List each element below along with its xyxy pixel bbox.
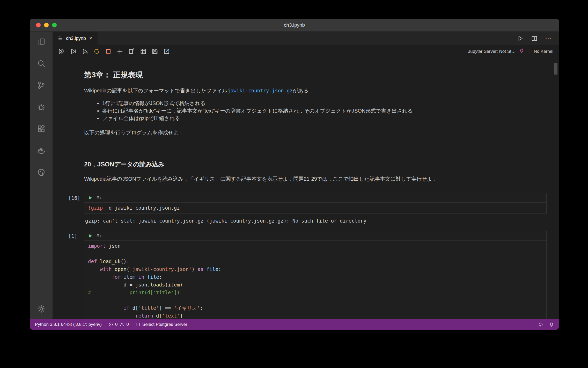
cell-code-editor[interactable]: !gzip -d jawiki-country.json.gz <box>84 203 546 214</box>
source-control-icon[interactable] <box>37 81 46 90</box>
warning-count: 0 <box>126 322 129 327</box>
error-count: 0 <box>115 322 117 327</box>
jupyter-status: Jupyter Server: Not St… | No Kernel <box>468 48 553 55</box>
kernel-status[interactable]: No Kernel <box>534 49 553 54</box>
markdown-paragraph: Wikipediaの記事を以下のフォーマットで書き出したファイルjawiki-c… <box>84 87 553 94</box>
tab-bar: ch3.ipynb × ⋯ <box>53 32 559 45</box>
more-actions-icon[interactable]: ⋯ <box>545 35 551 41</box>
tab-ch3-ipynb[interactable]: ch3.ipynb × <box>53 32 98 45</box>
zoom-window-button[interactable] <box>52 23 57 27</box>
markdown-paragraph: 以下の処理を行うプログラムを作成せよ． <box>84 129 553 136</box>
editor-column: ch3.ipynb × ⋯ <box>53 32 559 319</box>
postgres-icon[interactable] <box>37 168 46 176</box>
jupyter-connection-icon[interactable] <box>519 48 524 55</box>
activity-bar <box>30 32 53 319</box>
run-cell-icon[interactable] <box>88 196 93 200</box>
interrupt-kernel-icon[interactable] <box>105 48 112 55</box>
window-title: ch3.ipynb <box>284 22 305 28</box>
run-editor-icon[interactable] <box>517 35 523 41</box>
restart-kernel-icon[interactable] <box>93 48 100 55</box>
warning-icon <box>120 322 124 327</box>
problems-status[interactable]: 0 0 <box>108 322 129 327</box>
execution-count: [1] <box>68 233 77 239</box>
execution-count: [16] <box>68 195 80 201</box>
titlebar: ch3.ipynb <box>30 19 559 32</box>
run-cells-above-icon[interactable] <box>70 48 77 55</box>
vertical-scrollbar[interactable] <box>554 63 557 75</box>
paragraph-text: Wikipediaの記事を以下のフォーマットで書き出したファイル <box>84 88 227 93</box>
variable-explorer-icon[interactable] <box>140 48 147 55</box>
editor-actions: ⋯ <box>517 32 559 45</box>
postgres-server-status[interactable]: Select Postgres Server <box>136 322 187 327</box>
code-cell: [16] M↓ !gzip -d jawiki-country.json.gz <box>84 193 547 214</box>
feedback-smiley-icon[interactable] <box>538 322 543 327</box>
statusbar-right <box>538 322 554 327</box>
tab-close-icon[interactable]: × <box>89 35 92 41</box>
run-cell-icon[interactable] <box>88 234 93 238</box>
markdown-convert-badge[interactable]: M↓ <box>97 234 101 238</box>
paragraph-text: がある． <box>293 88 314 93</box>
minimize-window-button[interactable] <box>44 23 49 27</box>
notebook-toolbar: Jupyter Server: Not St… | No Kernel <box>53 45 559 58</box>
close-window-button[interactable] <box>36 23 41 27</box>
explorer-icon[interactable] <box>37 37 46 46</box>
markdown-bullet-list: 1行に1記事の情報がJSON形式で格納される 各行には記事名が"title"キー… <box>84 100 553 122</box>
run-all-cells-icon[interactable] <box>58 48 65 55</box>
add-cell-icon[interactable] <box>116 48 123 55</box>
bullet-item: ファイル全体はgzipで圧縮される <box>102 115 553 122</box>
markdown-cell-1[interactable]: 第3章： 正規表現 Wikipediaの記事を以下のフォーマットで書き出したファ… <box>84 58 553 136</box>
bullet-item: 各行には記事名が"title"キーに，記事本文が"text"キーの辞書オブジェク… <box>102 107 553 115</box>
save-icon[interactable] <box>151 48 158 55</box>
traffic-lights <box>36 19 57 31</box>
server-icon <box>136 322 140 327</box>
markdown-heading: 20．JSONデータの読み込み <box>84 160 553 168</box>
jawiki-link[interactable]: jawiki-country.json.gz <box>227 88 293 93</box>
statusbar: Python 3.8.1 64-bit ('3.8.1': pyenv) 0 0… <box>30 319 559 330</box>
python-interpreter-status[interactable]: Python 3.8.1 64-bit ('3.8.1': pyenv) <box>35 322 102 327</box>
cell-toolbar: M↓ <box>84 231 546 241</box>
docker-icon[interactable] <box>37 146 46 155</box>
run-cells-below-icon[interactable] <box>82 48 89 55</box>
markdown-cell-2[interactable]: 20．JSONデータの読み込み Wikipedia記事のJSONファイルを読み込… <box>84 160 553 183</box>
export-notebook-icon[interactable] <box>163 48 170 55</box>
debug-icon[interactable] <box>37 102 46 111</box>
bullet-item: 1行に1記事の情報がJSON形式で格納される <box>102 100 553 107</box>
tab-label: ch3.ipynb <box>66 36 86 41</box>
notifications-bell-icon[interactable] <box>549 322 554 327</box>
split-editor-icon[interactable] <box>531 35 537 41</box>
convert-cell-icon[interactable] <box>128 48 135 55</box>
markdown-convert-badge[interactable]: M↓ <box>97 196 101 200</box>
code-cell: [1] M↓ import json def load_uk(): with o… <box>84 231 547 319</box>
markdown-paragraph: Wikipedia記事のJSONファイルを読み込み，「イギリス」に関する記事本文… <box>84 175 553 183</box>
extensions-icon[interactable] <box>37 124 46 133</box>
notebook-editor: 第3章： 正規表現 Wikipediaの記事を以下のフォーマットで書き出したファ… <box>53 58 559 319</box>
settings-gear-icon[interactable] <box>37 304 46 313</box>
toolbar-separator: | <box>527 49 531 54</box>
notebook-outline-icon <box>58 36 63 41</box>
cell-code-editor[interactable]: import json def load_uk(): with open('ja… <box>84 241 546 319</box>
python-version-label: Python 3.8.1 64-bit ('3.8.1': pyenv) <box>35 322 102 327</box>
markdown-heading: 第3章： 正規表現 <box>84 70 553 80</box>
error-icon <box>108 322 113 327</box>
cell-output: gzip: can't stat: jawiki-country.json.gz… <box>85 217 547 224</box>
postgres-server-label: Select Postgres Server <box>142 322 187 327</box>
jupyter-server-status[interactable]: Jupyter Server: Not St… <box>468 49 516 54</box>
vscode-window: ch3.ipynb <box>30 19 559 330</box>
search-icon[interactable] <box>37 59 46 68</box>
cell-toolbar: M↓ <box>84 193 546 203</box>
screen: { "window": { "title": "ch3.ipynb" }, "t… <box>0 0 588 368</box>
